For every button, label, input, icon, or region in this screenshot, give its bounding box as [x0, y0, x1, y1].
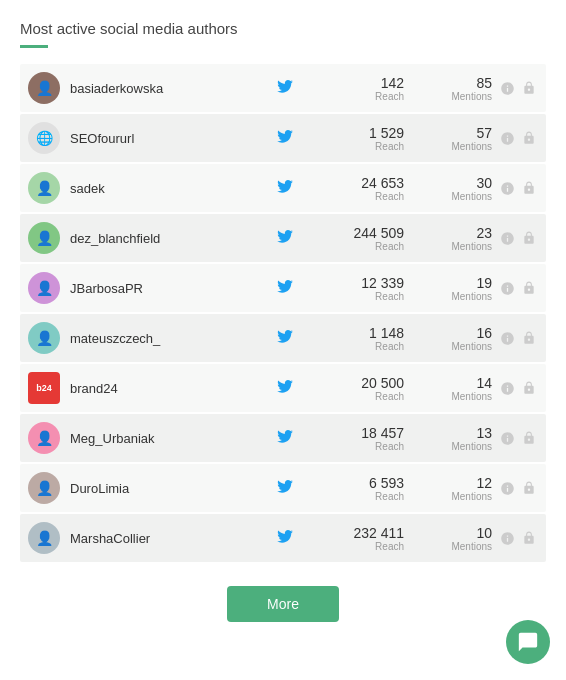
avatar: 👤 [28, 172, 60, 204]
lock-icon[interactable] [520, 429, 538, 447]
avatar: 👤 [28, 272, 60, 304]
mentions-value: 16 [412, 325, 492, 341]
info-icon[interactable] [498, 179, 516, 197]
mentions-col: 57 Mentions [412, 125, 492, 152]
info-icon[interactable] [498, 129, 516, 147]
lock-icon[interactable] [520, 79, 538, 97]
info-icon[interactable] [498, 429, 516, 447]
reach-value: 6 593 [324, 475, 404, 491]
reach-col: 18 457 Reach [324, 425, 404, 452]
reach-col: 20 500 Reach [324, 375, 404, 402]
reach-value: 142 [324, 75, 404, 91]
username: Meg_Urbaniak [70, 431, 276, 446]
reach-value: 244 509 [324, 225, 404, 241]
info-icon[interactable] [498, 79, 516, 97]
avatar: 👤 [28, 472, 60, 504]
table-row: 🌐 SEOfoururl 1 529 Reach 57 Mentions [20, 114, 546, 162]
username: dez_blanchfield [70, 231, 276, 246]
table-row: 👤 JBarbosaPR 12 339 Reach 19 Mentions [20, 264, 546, 312]
mentions-label: Mentions [412, 341, 492, 352]
mentions-col: 85 Mentions [412, 75, 492, 102]
row-actions [498, 329, 538, 347]
mentions-label: Mentions [412, 291, 492, 302]
twitter-icon [276, 527, 294, 549]
row-actions [498, 129, 538, 147]
username: sadek [70, 181, 276, 196]
reach-label: Reach [324, 441, 404, 452]
reach-value: 12 339 [324, 275, 404, 291]
mentions-value: 57 [412, 125, 492, 141]
username: DuroLimia [70, 481, 276, 496]
info-icon[interactable] [498, 229, 516, 247]
mentions-value: 12 [412, 475, 492, 491]
reach-label: Reach [324, 191, 404, 202]
reach-value: 232 411 [324, 525, 404, 541]
info-icon[interactable] [498, 479, 516, 497]
row-actions [498, 529, 538, 547]
reach-value: 24 653 [324, 175, 404, 191]
avatar: b24 [28, 372, 60, 404]
mentions-label: Mentions [412, 391, 492, 402]
avatar: 👤 [28, 322, 60, 354]
lock-icon[interactable] [520, 479, 538, 497]
reach-col: 24 653 Reach [324, 175, 404, 202]
lock-icon[interactable] [520, 279, 538, 297]
lock-icon[interactable] [520, 179, 538, 197]
table-row: 👤 basiaderkowska 142 Reach 85 Mentions [20, 64, 546, 112]
table-row: 👤 MarshaCollier 232 411 Reach 10 Mention… [20, 514, 546, 562]
reach-label: Reach [324, 541, 404, 552]
info-icon[interactable] [498, 279, 516, 297]
mentions-value: 85 [412, 75, 492, 91]
twitter-icon [276, 427, 294, 449]
reach-label: Reach [324, 91, 404, 102]
table-row: 👤 mateuszczech_ 1 148 Reach 16 Mentions [20, 314, 546, 362]
chat-button[interactable] [506, 620, 550, 664]
more-button[interactable]: More [227, 586, 339, 622]
mentions-col: 10 Mentions [412, 525, 492, 552]
lock-icon[interactable] [520, 229, 538, 247]
row-actions [498, 479, 538, 497]
more-btn-container: More [20, 586, 546, 622]
reach-col: 142 Reach [324, 75, 404, 102]
reach-label: Reach [324, 241, 404, 252]
lock-icon[interactable] [520, 329, 538, 347]
page-title: Most active social media authors [20, 20, 546, 37]
username: basiaderkowska [70, 81, 276, 96]
reach-value: 1 148 [324, 325, 404, 341]
mentions-label: Mentions [412, 191, 492, 202]
avatar: 👤 [28, 422, 60, 454]
lock-icon[interactable] [520, 129, 538, 147]
info-icon[interactable] [498, 329, 516, 347]
row-actions [498, 279, 538, 297]
lock-icon[interactable] [520, 379, 538, 397]
twitter-icon [276, 227, 294, 249]
lock-icon[interactable] [520, 529, 538, 547]
twitter-icon [276, 377, 294, 399]
username: SEOfoururl [70, 131, 276, 146]
mentions-label: Mentions [412, 241, 492, 252]
reach-col: 6 593 Reach [324, 475, 404, 502]
reach-label: Reach [324, 341, 404, 352]
twitter-icon [276, 477, 294, 499]
mentions-label: Mentions [412, 541, 492, 552]
mentions-col: 14 Mentions [412, 375, 492, 402]
avatar: 👤 [28, 222, 60, 254]
mentions-col: 19 Mentions [412, 275, 492, 302]
mentions-col: 30 Mentions [412, 175, 492, 202]
reach-value: 20 500 [324, 375, 404, 391]
username: brand24 [70, 381, 276, 396]
reach-label: Reach [324, 141, 404, 152]
mentions-value: 23 [412, 225, 492, 241]
reach-label: Reach [324, 491, 404, 502]
twitter-icon [276, 327, 294, 349]
row-actions [498, 79, 538, 97]
avatar: 👤 [28, 522, 60, 554]
mentions-col: 16 Mentions [412, 325, 492, 352]
reach-col: 12 339 Reach [324, 275, 404, 302]
mentions-value: 19 [412, 275, 492, 291]
info-icon[interactable] [498, 379, 516, 397]
info-icon[interactable] [498, 529, 516, 547]
username: JBarbosaPR [70, 281, 276, 296]
row-actions [498, 229, 538, 247]
reach-col: 244 509 Reach [324, 225, 404, 252]
